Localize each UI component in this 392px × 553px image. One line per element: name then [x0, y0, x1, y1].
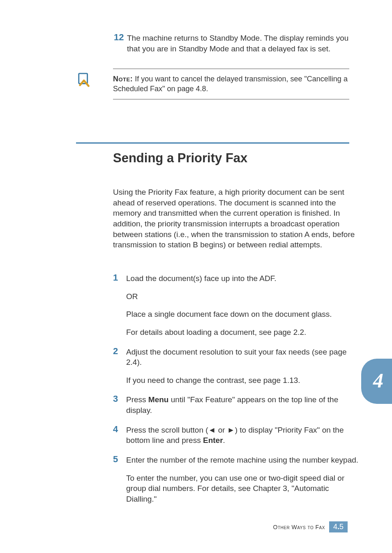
step-number: 2 [113, 346, 124, 357]
step-para: For details about loading a document, se… [126, 327, 360, 338]
section-heading: Sending a Priority Fax [113, 151, 247, 166]
step-para: Load the document(s) face up into the AD… [126, 273, 360, 284]
step-body: Press Menu until "Fax Feature" appears o… [126, 394, 360, 415]
step-number: 4 [113, 424, 124, 435]
step-list: 1 Load the document(s) face up into the … [113, 273, 360, 514]
step-number-12: 12 [114, 32, 124, 43]
step-12-text: The machine returns to Standby Mode. The… [127, 33, 360, 54]
step-para: Press the scroll button (◄ or ►) to disp… [126, 425, 360, 446]
note-box: Note: If you want to cancel the delayed … [113, 69, 349, 99]
chapter-tab-number: 4 [373, 369, 383, 392]
step-number: 1 [113, 272, 124, 283]
step-number: 5 [113, 454, 124, 465]
step-1: 1 Load the document(s) face up into the … [113, 273, 360, 338]
step-para: Enter the number of the remote machine u… [126, 455, 360, 465]
step-2: 2 Adjust the document resolution to suit… [113, 347, 360, 386]
section-divider [76, 142, 349, 144]
note-icon [77, 72, 92, 88]
note-text: If you want to cancel the delayed transm… [113, 75, 348, 93]
step-number: 3 [113, 394, 124, 404]
step-para: Press Menu until "Fax Feature" appears o… [126, 394, 360, 415]
footer-page-number: 4.5 [329, 521, 348, 532]
step-para: OR [126, 291, 360, 302]
step-body: Press the scroll button (◄ or ►) to disp… [126, 425, 360, 446]
step-5: 5 Enter the number of the remote machine… [113, 455, 360, 505]
step-12: 12 The machine returns to Standby Mode. … [114, 33, 360, 54]
footer-section-label: Other Ways to Fax [273, 524, 325, 530]
step-para: Adjust the document resolution to suit y… [126, 347, 360, 368]
step-body: Enter the number of the remote machine u… [126, 455, 360, 505]
step-para: If you need to change the contrast, see … [126, 375, 360, 386]
step-3: 3 Press Menu until "Fax Feature" appears… [113, 394, 360, 415]
chapter-tab: 4 [361, 359, 392, 404]
page-footer: Other Ways to Fax 4.5 [0, 521, 392, 532]
step-body: Adjust the document resolution to suit y… [126, 347, 360, 386]
step-para: To enter the number, you can use one or … [126, 473, 360, 505]
step-para: Place a single document face down on the… [126, 309, 360, 320]
note-label: Note: [113, 75, 133, 83]
step-4: 4 Press the scroll button (◄ or ►) to di… [113, 425, 360, 446]
step-body: Load the document(s) face up into the AD… [126, 273, 360, 338]
intro-paragraph: Using the Priority Fax feature, a high p… [113, 187, 357, 250]
